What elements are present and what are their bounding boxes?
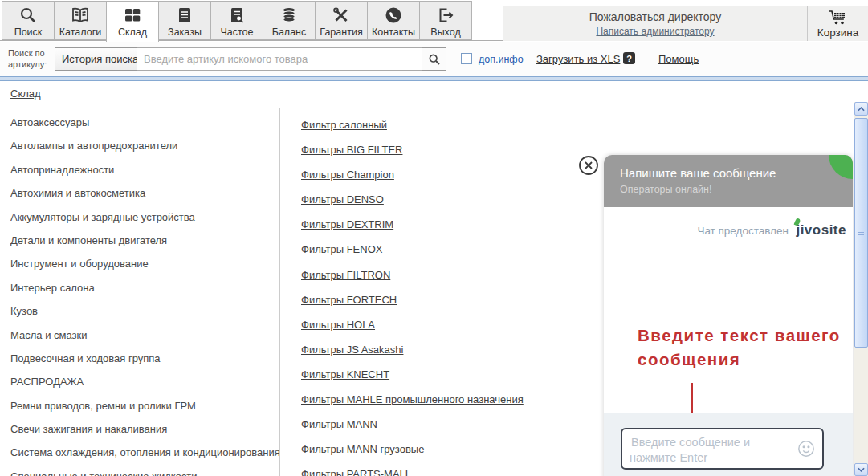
coins-icon (279, 6, 299, 25)
phone-icon (384, 6, 403, 25)
filter-link[interactable]: Фильтры KNECHT (301, 362, 566, 387)
tab-exit[interactable]: Выход (419, 1, 472, 40)
chat-title: Напишите ваше сообщение (620, 166, 837, 180)
filter-link[interactable]: Фильтры HOLA (301, 312, 566, 337)
sidebar-item[interactable]: Аккумуляторы и зарядные устройства (0, 205, 279, 229)
tab-balance[interactable]: Баланс (263, 1, 316, 40)
tab-label: Гарантия (320, 26, 362, 38)
tab-label: Каталоги (59, 26, 101, 38)
filter-link[interactable]: Фильтры FILTRON (301, 262, 566, 287)
tab-warranty[interactable]: Гарантия (315, 1, 368, 40)
article-search-bar: Поиск по артикулу: История поиска ▼ доп.… (0, 42, 868, 76)
filter-link[interactable]: Фильтры FORTECH (301, 287, 566, 312)
search-submit-button[interactable] (422, 47, 446, 71)
chat-input-placeholder: Введите сообщение и нажмите Enter (630, 436, 750, 464)
filter-link[interactable]: Фильтры FENOX (301, 237, 566, 262)
sidebar-item[interactable]: Система охлаждения, отопления и кондицио… (0, 441, 279, 464)
addinfo-label[interactable]: доп.инфо (479, 54, 524, 65)
filter-link[interactable]: Фильтры DEXTRIM (301, 212, 566, 237)
cart-label: Корзина (817, 26, 858, 39)
load-from-xls-link[interactable]: Загрузить из XLS (536, 53, 620, 65)
tab-label: Выход (430, 26, 460, 38)
tab-label: Заказы (168, 26, 202, 38)
sidebar-item[interactable]: Подвесочная и ходовая группа (0, 347, 279, 370)
sidebar-item[interactable]: Автолампы и автопредохранители (0, 134, 279, 157)
close-icon (578, 155, 599, 176)
filter-links-list: Фильтр салонный Фильтры BIG FILTER Фильт… (301, 112, 566, 476)
logout-icon (436, 6, 455, 25)
emoji-smiley-icon[interactable] (797, 440, 815, 458)
vertical-scrollbar[interactable] (854, 102, 868, 476)
column-divider (279, 108, 280, 476)
scrollbar-thumb[interactable] (854, 118, 868, 348)
tab-label: Баланс (272, 26, 307, 38)
help-question-icon[interactable]: ? (623, 52, 635, 64)
sidebar-item[interactable]: Автопринадлежности (0, 158, 279, 181)
annotation-text: Введите текст вашего сообщения (638, 323, 848, 372)
sidebar-item[interactable]: Интерьер салона (0, 276, 279, 299)
chat-input-area: Введите сообщение и нажмите Enter (604, 413, 853, 476)
sidebar-item[interactable]: Автохимия и автокосметика (0, 181, 279, 205)
tab-orders[interactable]: Заказы (158, 1, 211, 40)
search-history-dropdown[interactable]: История поиска ▼ (55, 47, 138, 71)
document-icon (175, 6, 194, 25)
blue-divider (0, 76, 868, 81)
chat-close-button[interactable] (578, 155, 599, 176)
filter-link[interactable]: Фильтры DENSO (301, 187, 566, 212)
write-to-admin-link[interactable]: Написать администратору (596, 26, 714, 37)
scrollbar-down-arrow[interactable] (854, 463, 868, 476)
book-icon (71, 6, 90, 25)
sidebar-item[interactable]: РАСПРОДАЖА (0, 370, 279, 393)
search-icon (428, 53, 441, 66)
tab-search[interactable]: Поиск (2, 1, 55, 40)
tab-contacts[interactable]: Контакты (367, 1, 420, 40)
sidebar-item[interactable]: Детали и компоненты двигателя (0, 229, 279, 252)
complain-to-director-link[interactable]: Пожаловаться директору (589, 10, 721, 23)
grid-icon (123, 6, 142, 25)
sidebar-item[interactable]: Специальные и технические жидкости (0, 465, 279, 476)
tab-frequent[interactable]: Частое (210, 1, 263, 40)
top-navigation-bar: Поиск Каталоги Склад Заказы Частое (0, 0, 868, 41)
jivosite-logo[interactable]: jivosite (796, 222, 846, 238)
cart-button[interactable]: Корзина (807, 6, 868, 41)
tab-label: Склад (118, 26, 147, 38)
filter-link[interactable]: Фильтры BIG FILTER (301, 137, 566, 162)
chat-message-input[interactable]: Введите сообщение и нажмите Enter (621, 428, 824, 470)
tools-icon (332, 6, 351, 25)
category-sidebar: Автоаксессуары Автолампы и автопредохран… (0, 111, 279, 476)
sidebar-item[interactable]: Масла и смазки (0, 323, 279, 347)
addinfo-checkbox[interactable] (461, 53, 472, 64)
filter-link[interactable]: Фильтры MAHLE промышленного назначения (301, 387, 566, 412)
sidebar-item[interactable]: Автоаксессуары (0, 111, 279, 134)
sidebar-item[interactable]: Свечи зажигания и накаливания (0, 417, 279, 441)
chat-widget: Напишите ваше сообщение Операторы онлайн… (604, 155, 853, 476)
filter-link[interactable]: Фильтры JS Asakashi (301, 337, 566, 362)
feedback-links-panel: Пожаловаться директору Написать админист… (503, 6, 807, 41)
provided-by-label: Чат предоставлен (697, 225, 789, 237)
search-icon (18, 6, 38, 25)
tab-label: Частое (220, 26, 253, 38)
filter-link[interactable]: Фильтр салонный (301, 112, 566, 137)
cart-icon (828, 10, 849, 26)
filter-link[interactable]: Фильтры PARTS-MALL (301, 462, 566, 476)
sidebar-item[interactable]: Инструмент и оборудование (0, 252, 279, 275)
filter-link[interactable]: Фильтры MANN (301, 412, 566, 437)
chat-provided-by: Чат предоставлен jivosite (604, 222, 853, 238)
help-link[interactable]: Помощь (658, 53, 699, 65)
tab-label: Поиск (14, 26, 43, 38)
search-by-article-label: Поиск по артикулу: (8, 47, 56, 70)
chat-header: Напишите ваше сообщение Операторы онлайн… (604, 155, 853, 207)
breadcrumb[interactable]: Склад (10, 87, 41, 100)
chat-status-text: Операторы онлайн! (620, 184, 837, 195)
filter-link[interactable]: Фильтры Champion (301, 162, 566, 187)
tab-label: Контакты (372, 26, 415, 38)
filter-link[interactable]: Фильтры MANN грузовые (301, 437, 566, 462)
sidebar-item[interactable]: Кузов (0, 299, 279, 323)
tab-catalogs[interactable]: Каталоги (54, 1, 107, 40)
sidebar-item[interactable]: Ремни приводов, ремни и ролики ГРМ (0, 394, 279, 417)
scrollbar-up-arrow[interactable] (854, 102, 868, 116)
article-search-input[interactable] (137, 47, 423, 71)
tab-warehouse[interactable]: Склад (106, 1, 159, 42)
dropdown-selected-value: История поиска (62, 53, 138, 65)
document-search-icon (227, 6, 247, 25)
